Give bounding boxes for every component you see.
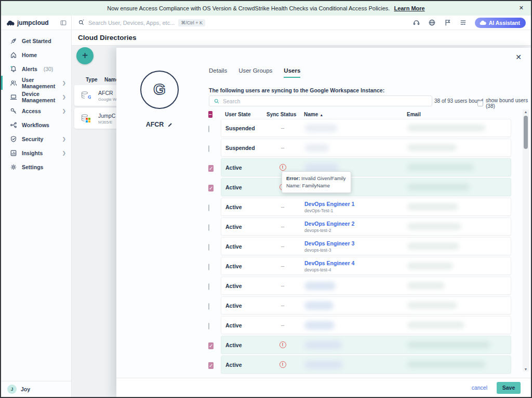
col-name[interactable]: Name▲ — [298, 112, 407, 117]
row-checkbox[interactable] — [208, 204, 209, 211]
scroll-down-icon[interactable]: ▼ — [523, 367, 529, 371]
user-menu[interactable]: J Joy — [1, 381, 71, 397]
dir-col-type: Type — [86, 77, 98, 83]
globe-icon[interactable] — [428, 19, 436, 26]
sync-status-cell: -- — [267, 243, 298, 249]
banner-text: Now ensure Access Compliance with OS Ver… — [107, 5, 390, 11]
email-cell — [407, 144, 511, 151]
sidebar-item-device-management[interactable]: Device Management❯ — [1, 90, 71, 104]
show-bound-users-toggle[interactable]: show bound users (38) — [477, 98, 531, 109]
sync-status-cell: -- — [267, 224, 298, 229]
sidebar-item-user-management[interactable]: User Management❯ — [1, 76, 71, 90]
row-checkbox[interactable]: ✓ — [208, 165, 214, 172]
directory-row-subtitle: M365/E — [98, 120, 115, 125]
row-card[interactable]: Active! — [221, 336, 511, 354]
banner-learn-more-link[interactable]: Learn More — [394, 5, 424, 11]
users-icon — [10, 79, 17, 87]
name-cell — [298, 124, 407, 132]
panel-close-icon[interactable]: ✕ — [515, 53, 522, 61]
row-card[interactable]: Active--DevOps Engineer 4devops-test-4 — [221, 257, 511, 275]
row-card[interactable]: Active--DevOps Engineer 1devOps-Test-1 — [221, 198, 511, 216]
row-card[interactable]: Active--DevOps Engineer 2devops-test-2 — [221, 217, 511, 236]
list-settings-icon[interactable] — [459, 19, 467, 26]
announcement-banner: Now ensure Access Compliance with OS Ver… — [1, 1, 531, 16]
sidebar-item-security[interactable]: Security❯ — [1, 132, 71, 146]
name-cell — [298, 301, 407, 310]
row-checkbox[interactable] — [208, 283, 209, 290]
avatar: J — [7, 385, 17, 394]
chevron-right-icon: ❯ — [62, 94, 66, 100]
row-checkbox[interactable] — [208, 244, 209, 251]
redacted-email — [407, 243, 459, 250]
redacted-email — [407, 164, 474, 171]
user-name-link[interactable]: DevOps Engineer 1 — [304, 201, 407, 207]
scroll-up-icon[interactable]: ▲ — [523, 110, 529, 114]
brand-name: jumpcloud — [17, 19, 60, 26]
table-row: Active--DevOps Engineer 3devops-test-3 — [208, 237, 511, 255]
row-card[interactable]: Suspended-- — [221, 119, 511, 137]
tab-user-groups[interactable]: User Groups — [238, 67, 272, 78]
name-cell — [298, 144, 407, 152]
global-search-input[interactable]: Search User, Devices, Apps, etc... ⌘/Ctr… — [78, 19, 205, 26]
search-placeholder: Search User, Devices, Apps, etc... — [88, 20, 175, 26]
row-card[interactable]: Active! — [221, 355, 511, 374]
sidebar-item-access[interactable]: Access❯ — [1, 104, 71, 118]
user-state-cell: Active — [221, 184, 267, 190]
sidebar-item-home[interactable]: Home — [1, 48, 71, 62]
row-card[interactable]: Active-- — [221, 296, 511, 314]
sidebar-item-workflows[interactable]: Workflows — [1, 118, 71, 132]
row-checkbox[interactable]: ✓ — [208, 185, 214, 191]
user-state-cell: Suspended — [221, 125, 267, 131]
user-name-link[interactable]: DevOps Engineer 3 — [304, 240, 407, 246]
sidebar-item-insights[interactable]: Insights❯ — [1, 146, 71, 160]
row-card[interactable]: Active-- — [221, 277, 511, 295]
email-cell — [407, 243, 511, 250]
sidebar-item-settings[interactable]: Settings — [1, 160, 71, 174]
sidebar-item-get-started[interactable]: Get Started — [1, 34, 71, 48]
table-scrollbar[interactable]: ▲ ▼ — [523, 109, 529, 372]
row-checkbox[interactable] — [208, 145, 209, 152]
sidebar-collapse-icon[interactable] — [60, 19, 67, 26]
add-directory-button[interactable]: + — [76, 47, 94, 64]
save-button[interactable]: Save — [497, 382, 521, 394]
row-card[interactable]: Active! — [221, 158, 511, 176]
table-row: ✓Active! — [208, 158, 511, 176]
email-cell — [407, 203, 511, 210]
scrollbar-thumb[interactable] — [524, 116, 528, 149]
row-checkbox[interactable] — [208, 224, 209, 231]
row-card[interactable]: Suspended-- — [221, 139, 511, 157]
row-checkbox[interactable] — [208, 264, 209, 270]
edit-pencil-icon[interactable] — [167, 122, 173, 128]
redacted-name — [304, 163, 339, 172]
select-all-checkbox[interactable]: − — [208, 111, 212, 118]
user-name: Joy — [21, 386, 30, 392]
row-card[interactable]: Active-- — [221, 316, 511, 334]
user-name-link[interactable]: DevOps Engineer 2 — [304, 221, 407, 227]
cancel-button[interactable]: cancel — [472, 385, 487, 391]
row-card[interactable]: Active--DevOps Engineer 3devops-test-3 — [221, 237, 511, 255]
ai-assistant-button[interactable]: AI Assistant — [475, 18, 526, 28]
tab-users[interactable]: Users — [284, 67, 300, 78]
sidebar-item-label: User Management — [22, 77, 57, 89]
search-shortcut-badge: ⌘/Ctrl + K — [178, 19, 205, 26]
sidebar-item-alerts[interactable]: Alerts (30) — [1, 62, 71, 76]
row-card[interactable]: Active! — [221, 178, 511, 196]
row-checkbox[interactable] — [208, 303, 209, 310]
redacted-name — [304, 301, 334, 310]
banner-close-icon[interactable]: ✕ — [519, 5, 524, 11]
row-checkbox[interactable] — [208, 126, 209, 132]
email-cell — [407, 282, 511, 289]
show-bound-checkbox[interactable] — [477, 101, 483, 106]
user-search-input[interactable]: Search — [209, 95, 432, 106]
table-row: Active--DevOps Engineer 4devops-test-4 — [208, 257, 511, 275]
row-checkbox[interactable]: ✓ — [208, 362, 214, 369]
row-checkbox[interactable] — [208, 323, 209, 330]
row-checkbox[interactable]: ✓ — [208, 342, 214, 349]
tab-details[interactable]: Details — [209, 67, 227, 78]
email-cell — [407, 125, 511, 131]
user-name-link[interactable]: DevOps Engineer 4 — [304, 260, 407, 266]
key-icon — [10, 107, 17, 115]
panel-tabs: DetailsUser GroupsUsers — [209, 67, 300, 78]
support-headset-icon[interactable] — [413, 19, 420, 26]
flag-icon[interactable] — [444, 19, 451, 26]
